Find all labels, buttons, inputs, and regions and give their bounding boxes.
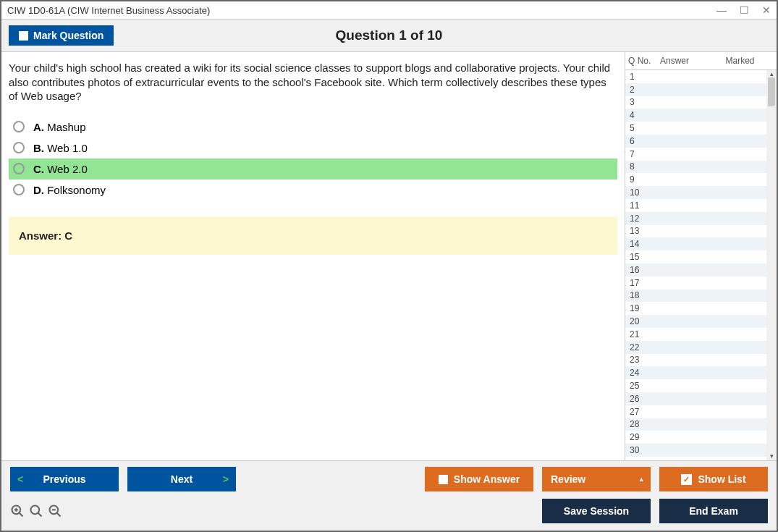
list-row[interactable]: 3	[625, 96, 766, 109]
save-session-button[interactable]: Save Session	[542, 499, 651, 523]
list-row[interactable]: 10	[625, 186, 766, 199]
list-row[interactable]: 13	[625, 225, 766, 238]
list-row[interactable]: 4	[625, 109, 766, 122]
list-row[interactable]: 23	[625, 354, 766, 367]
answer-box: Answer: C	[9, 216, 617, 255]
row-qno: 30	[625, 445, 657, 455]
list-row[interactable]: 8	[625, 161, 766, 174]
list-row[interactable]: 1	[625, 70, 766, 83]
list-row[interactable]: 22	[625, 341, 766, 354]
row-qno: 26	[625, 394, 657, 404]
show-list-button[interactable]: ✓ Show List	[659, 467, 768, 491]
options-list: A. MashupB. Web 1.0C. Web 2.0D. Folksono…	[9, 117, 617, 200]
list-row[interactable]: 15	[625, 250, 766, 263]
triangle-up-icon: ▴	[640, 476, 643, 483]
row-qno: 5	[625, 123, 657, 133]
row-qno: 20	[625, 316, 657, 326]
list-row[interactable]: 21	[625, 328, 766, 341]
list-row[interactable]: 17	[625, 276, 766, 290]
show-answer-button[interactable]: Show Answer	[425, 467, 533, 491]
list-row[interactable]: 18	[625, 290, 766, 303]
list-row[interactable]: 28	[625, 418, 766, 431]
list-row[interactable]: 25	[625, 379, 766, 392]
end-exam-label: End Exam	[689, 505, 738, 517]
close-icon[interactable]: ✕	[762, 4, 771, 16]
list-row[interactable]: 20	[625, 315, 766, 328]
list-row[interactable]: 11	[625, 199, 766, 212]
list-row[interactable]: 12	[625, 212, 766, 225]
option-row[interactable]: B. Web 1.0	[9, 138, 617, 159]
next-label: Next	[171, 473, 193, 485]
end-exam-button[interactable]: End Exam	[659, 499, 768, 523]
list-row[interactable]: 16	[625, 263, 766, 276]
row-qno: 24	[625, 368, 657, 378]
option-label: C. Web 2.0	[33, 163, 88, 175]
option-label: B. Web 1.0	[33, 142, 88, 154]
question-list-panel: Q No. Answer Marked 12345678910111213141…	[625, 52, 777, 460]
radio-icon[interactable]	[13, 184, 25, 195]
list-row[interactable]: 30	[625, 444, 766, 457]
row-qno: 10	[625, 187, 657, 198]
option-row[interactable]: D. Folksonomy	[9, 180, 617, 200]
chevron-right-icon: >	[223, 473, 229, 485]
row-qno: 11	[625, 200, 657, 211]
scrollbar[interactable]: ▴ ▾	[766, 70, 777, 460]
row-qno: 14	[625, 239, 657, 249]
svg-point-4	[31, 506, 40, 515]
zoom-controls	[10, 504, 62, 518]
list-row[interactable]: 9	[625, 173, 766, 186]
checkbox-icon	[19, 31, 28, 41]
radio-icon[interactable]	[13, 121, 25, 132]
radio-icon[interactable]	[13, 142, 25, 153]
row-qno: 9	[625, 174, 657, 185]
footer: < Previous Next > Show Answer Review ▴ ✓…	[1, 460, 777, 531]
row-qno: 3	[625, 97, 657, 107]
header-qno: Q No.	[625, 52, 657, 69]
zoom-reset-icon[interactable]	[29, 504, 43, 518]
header-answer: Answer	[657, 52, 703, 69]
svg-line-7	[57, 513, 61, 517]
question-text: Your child's high school has created a w…	[9, 61, 617, 104]
list-row[interactable]: 24	[625, 366, 766, 379]
list-row[interactable]: 14	[625, 237, 766, 250]
option-row[interactable]: A. Mashup	[9, 117, 617, 138]
row-qno: 1	[625, 72, 657, 82]
radio-icon[interactable]	[13, 163, 25, 174]
list-row[interactable]: 27	[625, 405, 766, 418]
option-row[interactable]: C. Web 2.0	[9, 159, 617, 180]
list-row[interactable]: 19	[625, 302, 766, 315]
list-row[interactable]: 5	[625, 122, 766, 135]
mark-question-label: Mark Question	[33, 30, 103, 41]
list-row[interactable]: 6	[625, 135, 766, 148]
list-row[interactable]: 7	[625, 148, 766, 161]
list-header: Q No. Answer Marked	[625, 52, 777, 70]
previous-button[interactable]: < Previous	[10, 467, 119, 491]
window-controls: — ☐ ✕	[716, 4, 771, 16]
next-button[interactable]: Next >	[127, 467, 236, 491]
row-qno: 12	[625, 214, 657, 224]
row-qno: 8	[625, 161, 657, 172]
review-button[interactable]: Review ▴	[542, 467, 651, 491]
list-row[interactable]: 29	[625, 431, 766, 444]
zoom-out-icon[interactable]	[48, 504, 62, 518]
scroll-down-icon[interactable]: ▾	[770, 453, 774, 460]
list-body: 1234567891011121314151617181920212223242…	[625, 70, 766, 460]
row-qno: 2	[625, 85, 657, 95]
list-row[interactable]: 2	[625, 83, 766, 96]
scroll-up-icon[interactable]: ▴	[770, 71, 774, 77]
row-qno: 4	[625, 110, 657, 120]
scroll-track[interactable]	[766, 77, 777, 453]
maximize-icon[interactable]: ☐	[740, 4, 749, 16]
mark-question-button[interactable]: Mark Question	[9, 25, 114, 46]
row-qno: 23	[625, 355, 657, 365]
zoom-in-icon[interactable]	[10, 504, 25, 518]
question-counter: Question 1 of 10	[336, 28, 443, 43]
row-qno: 7	[625, 149, 657, 159]
minimize-icon[interactable]: —	[716, 4, 727, 16]
titlebar: CIW 1D0-61A (CIW Internet Business Assoc…	[1, 1, 777, 19]
list-row[interactable]: 26	[625, 392, 766, 405]
row-qno: 21	[625, 329, 657, 339]
scroll-thumb[interactable]	[768, 77, 775, 106]
svg-line-1	[20, 513, 23, 517]
option-label: A. Mashup	[33, 121, 86, 133]
